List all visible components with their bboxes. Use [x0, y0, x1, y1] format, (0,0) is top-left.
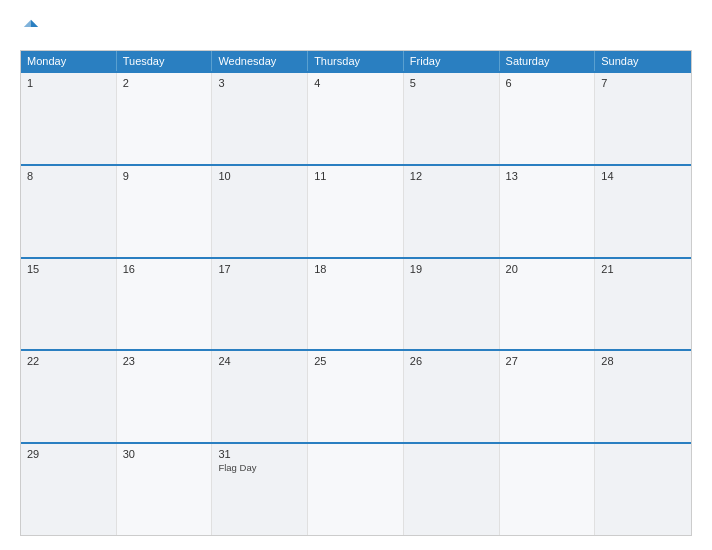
logo — [20, 18, 40, 40]
day-cell-25: 25 — [308, 351, 404, 442]
day-cell-1: 1 — [21, 73, 117, 164]
day-cell-16: 16 — [117, 259, 213, 350]
day-number: 9 — [123, 170, 206, 182]
calendar-page: MondayTuesdayWednesdayThursdayFridaySatu… — [0, 0, 712, 550]
day-number: 1 — [27, 77, 110, 89]
day-number: 27 — [506, 355, 589, 367]
day-cell-30: 30 — [117, 444, 213, 535]
day-cell-empty-4 — [404, 444, 500, 535]
day-cell-21: 21 — [595, 259, 691, 350]
day-cell-11: 11 — [308, 166, 404, 257]
day-cell-15: 15 — [21, 259, 117, 350]
day-cell-31: 31Flag Day — [212, 444, 308, 535]
day-number: 18 — [314, 263, 397, 275]
day-cell-5: 5 — [404, 73, 500, 164]
calendar-grid: MondayTuesdayWednesdayThursdayFridaySatu… — [20, 50, 692, 536]
day-number: 17 — [218, 263, 301, 275]
week-row-3: 15161718192021 — [21, 257, 691, 350]
day-number: 5 — [410, 77, 493, 89]
day-cell-20: 20 — [500, 259, 596, 350]
day-number: 7 — [601, 77, 685, 89]
day-number: 15 — [27, 263, 110, 275]
day-number: 31 — [218, 448, 301, 460]
day-number: 28 — [601, 355, 685, 367]
day-cell-17: 17 — [212, 259, 308, 350]
day-cell-22: 22 — [21, 351, 117, 442]
day-number: 25 — [314, 355, 397, 367]
day-number: 24 — [218, 355, 301, 367]
day-cell-27: 27 — [500, 351, 596, 442]
day-cell-14: 14 — [595, 166, 691, 257]
day-cell-26: 26 — [404, 351, 500, 442]
header — [20, 18, 692, 40]
day-number: 23 — [123, 355, 206, 367]
day-number: 10 — [218, 170, 301, 182]
day-number: 14 — [601, 170, 685, 182]
day-cell-empty-3 — [308, 444, 404, 535]
day-number: 3 — [218, 77, 301, 89]
day-number: 29 — [27, 448, 110, 460]
week-row-2: 891011121314 — [21, 164, 691, 257]
weeks-container: 1234567891011121314151617181920212223242… — [21, 71, 691, 535]
day-cell-3: 3 — [212, 73, 308, 164]
holiday-label: Flag Day — [218, 462, 301, 473]
day-header-tuesday: Tuesday — [117, 51, 213, 71]
week-row-5: 293031Flag Day — [21, 442, 691, 535]
day-cell-28: 28 — [595, 351, 691, 442]
day-cell-24: 24 — [212, 351, 308, 442]
day-cell-18: 18 — [308, 259, 404, 350]
day-header-thursday: Thursday — [308, 51, 404, 71]
day-cell-19: 19 — [404, 259, 500, 350]
day-cell-29: 29 — [21, 444, 117, 535]
day-number: 16 — [123, 263, 206, 275]
day-header-wednesday: Wednesday — [212, 51, 308, 71]
day-number: 22 — [27, 355, 110, 367]
day-cell-8: 8 — [21, 166, 117, 257]
day-cell-13: 13 — [500, 166, 596, 257]
day-cell-12: 12 — [404, 166, 500, 257]
day-cell-2: 2 — [117, 73, 213, 164]
day-number: 13 — [506, 170, 589, 182]
day-header-saturday: Saturday — [500, 51, 596, 71]
day-number: 20 — [506, 263, 589, 275]
day-number: 11 — [314, 170, 397, 182]
day-cell-empty-5 — [500, 444, 596, 535]
day-number: 4 — [314, 77, 397, 89]
day-header-friday: Friday — [404, 51, 500, 71]
day-number: 30 — [123, 448, 206, 460]
day-number: 19 — [410, 263, 493, 275]
day-number: 26 — [410, 355, 493, 367]
day-cell-4: 4 — [308, 73, 404, 164]
day-number: 12 — [410, 170, 493, 182]
logo-flag-icon — [22, 18, 40, 36]
week-row-1: 1234567 — [21, 71, 691, 164]
day-cell-23: 23 — [117, 351, 213, 442]
day-header-sunday: Sunday — [595, 51, 691, 71]
day-number: 2 — [123, 77, 206, 89]
day-number: 6 — [506, 77, 589, 89]
week-row-4: 22232425262728 — [21, 349, 691, 442]
day-cell-6: 6 — [500, 73, 596, 164]
svg-marker-0 — [31, 20, 38, 27]
svg-marker-1 — [24, 20, 31, 27]
day-cell-empty-6 — [595, 444, 691, 535]
day-cell-7: 7 — [595, 73, 691, 164]
day-number: 8 — [27, 170, 110, 182]
day-cell-10: 10 — [212, 166, 308, 257]
day-number: 21 — [601, 263, 685, 275]
day-cell-9: 9 — [117, 166, 213, 257]
day-headers-row: MondayTuesdayWednesdayThursdayFridaySatu… — [21, 51, 691, 71]
day-header-monday: Monday — [21, 51, 117, 71]
